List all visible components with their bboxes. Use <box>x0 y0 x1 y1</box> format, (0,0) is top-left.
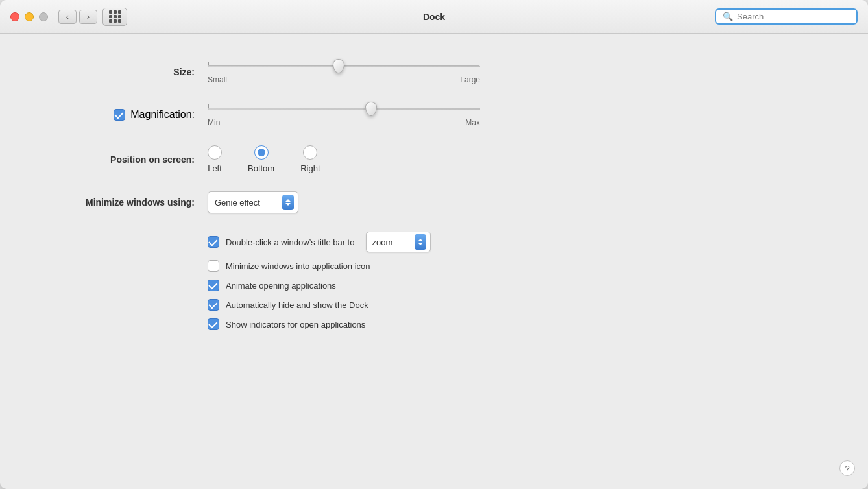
forward-button[interactable]: › <box>79 10 97 24</box>
arrow-down-icon <box>285 203 291 206</box>
autohide-row: Automatically hide and show the Dock <box>208 299 829 311</box>
magnification-checkbox[interactable] <box>114 109 125 121</box>
position-bottom-radio[interactable] <box>254 145 269 160</box>
minimize-button[interactable] <box>25 12 34 21</box>
animate-checkbox[interactable] <box>208 280 219 291</box>
minimize-icon-checkbox[interactable] <box>208 260 219 272</box>
animate-label: Animate opening applications <box>226 281 336 291</box>
double-click-row: Double-click a window’s title bar to zoo… <box>208 232 829 252</box>
autohide-checkbox[interactable] <box>208 299 219 311</box>
size-slider-thumb[interactable] <box>333 59 344 73</box>
indicators-row: Show indicators for open applications <box>208 318 829 330</box>
traffic-lights <box>10 12 48 21</box>
minimize-windows-value: Genie effect <box>215 198 278 208</box>
double-click-label: Double-click a window’s title bar to <box>226 237 354 247</box>
close-button[interactable] <box>10 12 19 21</box>
search-input[interactable] <box>737 12 850 21</box>
double-click-checkbox[interactable] <box>208 236 219 248</box>
animate-row: Animate opening applications <box>208 280 829 291</box>
position-left-label: Left <box>208 163 222 173</box>
position-right-option[interactable]: Right <box>300 145 320 173</box>
back-button[interactable]: ‹ <box>58 10 77 24</box>
magnification-label-group: Magnification: <box>39 109 195 121</box>
magnification-max-label: Max <box>465 118 480 127</box>
search-box[interactable]: 🔍 <box>715 8 858 25</box>
position-left-option[interactable]: Left <box>208 145 222 173</box>
size-max-label: Large <box>460 75 480 84</box>
zoom-button[interactable] <box>39 12 48 21</box>
nav-buttons: ‹ › <box>58 10 97 24</box>
magnification-slider-track[interactable] <box>208 102 480 115</box>
size-row: Size: Small Large <box>39 60 829 84</box>
zoom-arrow-up-icon <box>418 239 423 241</box>
position-radio-group: Left Bottom Right <box>208 145 320 173</box>
magnification-slider-labels: Min Max <box>208 118 480 127</box>
grid-icon <box>109 10 121 23</box>
indicators-checkbox[interactable] <box>208 318 219 330</box>
size-label: Size: <box>39 67 195 77</box>
checkboxes-section: Double-click a window’s title bar to zoo… <box>208 232 829 330</box>
minimize-windows-label: Minimize windows using: <box>39 197 195 208</box>
arrow-up-icon <box>285 199 291 202</box>
position-label: Position on screen: <box>39 154 195 165</box>
indicators-label: Show indicators for open applications <box>226 320 365 329</box>
size-min-label: Small <box>208 75 227 84</box>
minimize-windows-row: Minimize windows using: Genie effect <box>39 191 829 213</box>
position-right-radio[interactable] <box>303 145 317 160</box>
position-right-label: Right <box>300 163 320 173</box>
size-slider-track[interactable] <box>208 60 480 73</box>
magnification-row: Magnification: Min Max <box>39 102 829 127</box>
position-row: Position on screen: Left Bottom Right <box>39 145 829 173</box>
position-bottom-label: Bottom <box>248 163 274 173</box>
size-slider-line <box>208 65 480 67</box>
autohide-label: Automatically hide and show the Dock <box>226 300 368 310</box>
minimize-windows-select[interactable]: Genie effect <box>208 191 298 213</box>
double-click-select-value: zoom <box>372 237 411 247</box>
size-slider-labels: Small Large <box>208 75 480 84</box>
position-left-radio[interactable] <box>208 145 222 160</box>
titlebar: ‹ › Dock 🔍 <box>0 0 868 34</box>
grid-button[interactable] <box>102 8 127 26</box>
help-button[interactable]: ? <box>839 460 855 476</box>
magnification-slider-thumb[interactable] <box>365 102 377 116</box>
magnification-min-label: Min <box>208 118 220 127</box>
search-icon: 🔍 <box>723 12 733 21</box>
magnification-slider-line <box>208 108 480 110</box>
size-slider-container: Small Large <box>208 60 480 84</box>
double-click-arrows-icon <box>415 234 426 250</box>
window-title: Dock <box>423 12 445 22</box>
minimize-icon-row: Minimize windows into application icon <box>208 260 829 272</box>
double-click-select[interactable]: zoom <box>366 232 431 252</box>
minimize-icon-label: Minimize windows into application icon <box>226 261 370 271</box>
content-area: Size: Small Large Magnificati <box>0 34 868 489</box>
magnification-slider-container: Min Max <box>208 102 480 127</box>
minimize-arrows-icon <box>282 195 294 210</box>
magnification-label: Magnification: <box>130 109 195 121</box>
position-bottom-option[interactable]: Bottom <box>248 145 274 173</box>
zoom-arrow-down-icon <box>418 243 423 245</box>
